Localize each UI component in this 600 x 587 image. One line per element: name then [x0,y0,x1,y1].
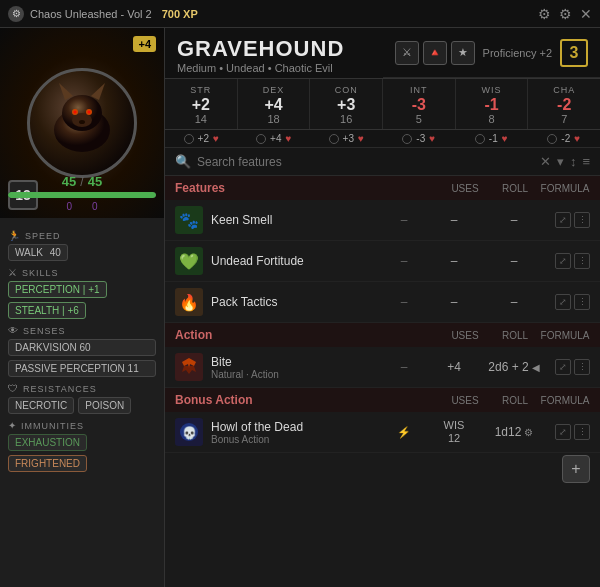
star-icon-btn[interactable]: ★ [451,41,475,65]
more-btn[interactable]: ⋮ [574,424,590,440]
howl-formula: 1d12 ⚙ [479,425,549,439]
gear-icon[interactable]: ⚙ [538,6,551,22]
save-circle-con [329,134,339,144]
expand-btn[interactable]: ⤢ [555,424,571,440]
keen-smell-name: Keen Smell [211,213,379,227]
undead-fortitude-name: Undead Fortitude [211,254,379,268]
list-item[interactable]: 💀 Howl of the Dead Bonus Action ⚡ WIS 12 [165,412,600,453]
ability-con: CON +3 16 [310,79,383,129]
shield-icon-btn[interactable]: 🔺 [423,41,447,65]
bite-name-block: Bite Natural · Action [211,355,379,380]
hp-extra-1: 0 [66,201,72,212]
action-uses-col: USES [440,330,490,341]
list-item[interactable]: 🐾 Keen Smell – – – ⤢ ⋮ [165,200,600,241]
save-row: +2 ♥ +4 ♥ +3 ♥ -3 ♥ -1 ♥ [165,130,600,148]
more-btn[interactable]: ⋮ [574,253,590,269]
keen-smell-expand: ⤢ ⋮ [555,212,590,228]
undead-fortitude-roll: – [429,254,479,268]
bonus-roll-col: ROLL [490,395,540,406]
bonus-uses-col: USES [440,395,490,406]
howl-expand: ⤢ ⋮ [555,424,590,440]
features-group-header: Features USES ROLL FORMULA [165,176,600,200]
list-item[interactable]: 💚 Undead Fortitude – – – ⤢ ⋮ [165,241,600,282]
expand-btn[interactable]: ⤢ [555,212,571,228]
more-btn[interactable]: ⋮ [574,359,590,375]
close-icon[interactable]: ✕ [580,6,592,22]
darkvision-chip: DARKVISION 60 [8,339,156,356]
bottom-bar: + [165,453,600,489]
search-bar: 🔍 ✕ ▾ ↕ ≡ [165,148,600,176]
bite-icon [175,353,203,381]
hp-bar [8,192,156,198]
bite-svg [178,356,200,378]
pack-tactics-name-block: Pack Tactics [211,295,379,309]
top-bar: ⚙ Chaos Unleashed - Vol 2 700 XP ⚙ ⚙ ✕ [0,0,600,28]
pack-tactics-uses: – [379,295,429,309]
list-item[interactable]: 🔥 Pack Tactics – – – ⤢ ⋮ [165,282,600,323]
undead-fortitude-uses: – [379,254,429,268]
save-dex: +4 ♥ [238,133,311,144]
expand-btn[interactable]: ⤢ [555,359,571,375]
con-label: CON [335,85,358,95]
left-panel: +4 [0,28,165,587]
clear-search-button[interactable]: ✕ [540,154,551,169]
save-circle-cha [547,134,557,144]
initiative-icon-btn[interactable]: ⚔ [395,41,419,65]
pack-tactics-icon: 🔥 [175,288,203,316]
expand-btn[interactable]: ⤢ [555,253,571,269]
main-layout: +4 [0,28,600,587]
bite-uses: – [379,360,429,374]
bite-name: Bite [211,355,379,369]
immunity-icon: ✦ [8,420,17,431]
settings-icon[interactable]: ⚙ [559,6,572,22]
immunity-exhaustion: EXHAUSTION [8,434,87,451]
features-list: Features USES ROLL FORMULA 🐾 Keen Smell … [165,176,600,587]
view-icon[interactable]: ≡ [582,154,590,169]
undead-fortitude-name-block: Undead Fortitude [211,254,379,268]
bonus-action-group-header: Bonus Action USES ROLL FORMULA [165,388,600,412]
top-bar-right: ⚙ ⚙ ✕ [538,6,592,22]
resist-poison: POISON [78,397,131,414]
skill-stealth: STEALTH | +6 [8,302,86,319]
immunities-row: EXHAUSTION FRIGHTENED [8,434,156,472]
top-bar-xp: 700 XP [162,8,198,20]
filter-icon[interactable]: ▾ [557,154,564,169]
more-btn[interactable]: ⋮ [574,212,590,228]
search-input[interactable] [197,155,534,169]
sort-icon[interactable]: ↕ [570,154,577,169]
action-group-header: Action USES ROLL FORMULA [165,323,600,347]
immunities-section-title: ✦ IMMUNITIES [8,420,156,431]
bite-subtitle: Natural · Action [211,369,379,380]
ability-str: STR +2 14 [165,79,238,129]
add-feature-button[interactable]: + [562,455,590,483]
ability-scores: STR +2 14 DEX +4 18 CON +3 16 INT -3 5 W… [165,79,600,130]
expand-btn[interactable]: ⤢ [555,294,571,310]
skills-icon: ⚔ [8,267,18,278]
hp-extra-2: 0 [92,201,98,212]
svg-text:💀: 💀 [182,425,197,440]
hp-values: 45 / 45 [8,174,156,189]
right-panel: Gravehound Medium • Undead • Chaotic Evi… [165,28,600,587]
skills-row: PERCEPTION | +1 STEALTH | +6 [8,281,156,319]
save-circle-wis [475,134,485,144]
ability-int: INT -3 5 [383,79,456,129]
pack-tactics-name: Pack Tactics [211,295,379,309]
hp-extras: 0 0 [8,201,156,212]
save-wis: -1 ♥ [455,133,528,144]
howl-icon: 💀 [175,418,203,446]
wis-mod: -1 [484,97,498,113]
features-formula-col: FORMULA [540,183,590,194]
cha-score: 7 [561,113,567,125]
save-con: +3 ♥ [310,133,383,144]
senses-row: DARKVISION 60 PASSIVE PERCEPTION 11 [8,339,156,377]
proficiency-label: Proficiency +2 [483,47,552,59]
resist-necrotic: NECROTIC [8,397,74,414]
passive-perception-chip: PASSIVE PERCEPTION 11 [8,360,156,377]
list-item[interactable]: Bite Natural · Action – +4 2d6 + 2 ◀ ⤢ ⋮ [165,347,600,388]
proficiency-number: 3 [560,39,588,67]
hp-section: 45 / 45 0 0 [0,170,164,218]
save-heart-con: ♥ [358,133,364,144]
more-btn[interactable]: ⋮ [574,294,590,310]
cha-label: CHA [553,85,575,95]
senses-icon: 👁 [8,325,19,336]
